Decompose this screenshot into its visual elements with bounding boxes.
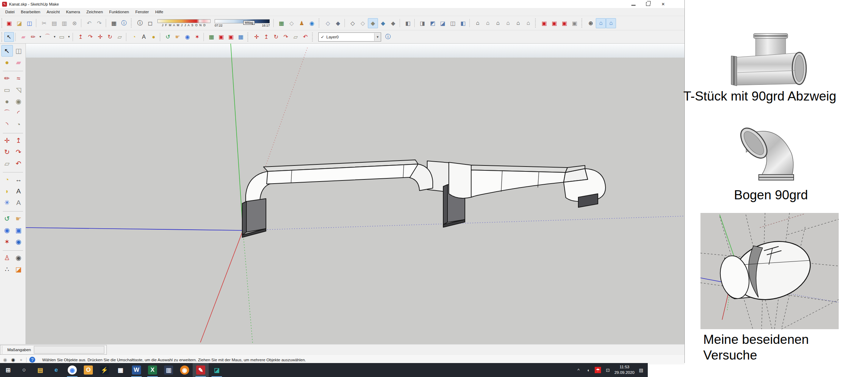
- get-models-button[interactable]: ▣: [539, 18, 549, 28]
- monochrome-style-button[interactable]: ◆: [388, 18, 398, 28]
- dropdown-arrow-icon[interactable]: ▼: [52, 32, 57, 42]
- pan-tool[interactable]: ☛: [173, 32, 183, 42]
- model-info-button[interactable]: ⓘ: [119, 18, 129, 28]
- excel-icon[interactable]: X: [144, 363, 161, 377]
- paint-bucket-tool[interactable]: ●: [149, 32, 158, 42]
- zoom-window-tool[interactable]: ▣: [13, 224, 24, 236]
- help-icon[interactable]: ?: [29, 357, 35, 363]
- drag-handle-icon[interactable]: [1, 32, 4, 42]
- follow-me-tool[interactable]: ↷: [281, 32, 291, 42]
- line-tool[interactable]: ✏: [28, 32, 38, 42]
- share-component-button[interactable]: ▦: [236, 32, 246, 42]
- cortana-button[interactable]: ○: [16, 363, 32, 377]
- scale-tool[interactable]: ▱: [115, 32, 125, 42]
- tray-chevron-up-icon[interactable]: ^: [575, 367, 581, 373]
- sketchup-icon[interactable]: ✎: [193, 363, 209, 377]
- add-location-button[interactable]: ▦: [276, 18, 287, 28]
- freehand-tool[interactable]: ≈: [13, 73, 24, 84]
- eraser-tool[interactable]: ▰: [13, 57, 24, 68]
- viewport-3d[interactable]: [26, 44, 684, 344]
- shaded-style-button[interactable]: ◆: [368, 18, 378, 28]
- arc-tool[interactable]: ⌒: [1, 107, 13, 119]
- move-tool[interactable]: ✛: [1, 135, 13, 146]
- text-tool[interactable]: A: [139, 32, 149, 42]
- select-tool[interactable]: ↖: [1, 45, 13, 57]
- share-model-button[interactable]: ▣: [549, 18, 559, 28]
- zoom-extents-tool[interactable]: ✶: [1, 236, 13, 247]
- print-button[interactable]: ▦: [109, 18, 119, 28]
- time-gradient-bar[interactable]: [215, 19, 270, 23]
- navigation-compass-button[interactable]: ⊕: [586, 18, 596, 28]
- sgp-app-icon[interactable]: ◉: [177, 363, 193, 377]
- internet-explorer-icon[interactable]: e: [48, 363, 64, 377]
- polygon-tool[interactable]: ◉: [13, 96, 24, 107]
- wireframe-style-button[interactable]: ◇: [348, 18, 358, 28]
- word-icon[interactable]: W: [128, 363, 144, 377]
- section-plane-tool[interactable]: ◪: [13, 264, 24, 275]
- hidden-line-style-button[interactable]: ◇: [358, 18, 368, 28]
- dropdown-arrow-icon[interactable]: ▼: [67, 32, 71, 42]
- cut-button[interactable]: ✂: [39, 18, 49, 28]
- follow-me-tool[interactable]: ↷: [86, 32, 95, 42]
- quill-app-icon[interactable]: ⚡: [96, 363, 112, 377]
- restore-button[interactable]: [646, 2, 650, 6]
- push-pull-tool[interactable]: ↥: [261, 32, 271, 42]
- view-left-button[interactable]: ⌂: [523, 18, 533, 28]
- start-button[interactable]: ⊞: [0, 363, 16, 377]
- dropdown-arrow-icon[interactable]: ▼: [38, 32, 43, 42]
- outer-shell-button[interactable]: ◧: [403, 18, 413, 28]
- open-file-button[interactable]: ◪: [14, 18, 24, 28]
- pie-tool[interactable]: ◔: [13, 119, 24, 130]
- move-tool[interactable]: ✛: [252, 32, 261, 42]
- tape-measure-tool[interactable]: ◔: [1, 174, 13, 185]
- zoom-previous-tool[interactable]: ◉: [13, 236, 24, 247]
- offset-tool[interactable]: ↶: [301, 32, 310, 42]
- taskbar-clock[interactable]: 11:53 29.09.2020: [614, 364, 635, 375]
- add-location-button[interactable]: ▦: [207, 32, 216, 42]
- entity-info-button[interactable]: ⓘ: [383, 32, 393, 42]
- rotate-tool[interactable]: ↻: [271, 32, 281, 42]
- look-around-tool[interactable]: ◉: [13, 252, 24, 264]
- subtract-button[interactable]: ◪: [438, 18, 448, 28]
- two-point-arc-tool[interactable]: ◜: [13, 107, 24, 119]
- push-pull-tool[interactable]: ↥: [76, 32, 86, 42]
- view-top-button[interactable]: ⌂: [483, 18, 493, 28]
- zoom-tool[interactable]: ◉: [183, 32, 192, 42]
- three-point-arc-tool[interactable]: ◝: [1, 119, 13, 130]
- shadow-toggle-button[interactable]: ◻: [145, 18, 155, 28]
- back-edges-style-button[interactable]: ◆: [333, 18, 343, 28]
- menu-funktionen[interactable]: Funktionen: [106, 9, 132, 15]
- photo-textures-button[interactable]: ♟: [297, 18, 307, 28]
- view-iso-button[interactable]: ⌂: [473, 18, 483, 28]
- scale-tool[interactable]: ▱: [1, 158, 13, 169]
- make-component-tool[interactable]: ◫: [13, 45, 24, 57]
- menu-kamera[interactable]: Kamera: [63, 9, 83, 15]
- arc-tool[interactable]: ⌒: [43, 32, 52, 42]
- video-app-icon[interactable]: ▥: [161, 363, 177, 377]
- credits-icon[interactable]: ◉: [10, 357, 16, 363]
- menu-zeichnen[interactable]: Zeichnen: [83, 9, 106, 15]
- menu-hilfe[interactable]: Hilfe: [152, 9, 166, 15]
- scale-tool[interactable]: ▱: [291, 32, 301, 42]
- outlook-icon[interactable]: O: [80, 363, 96, 377]
- sign-in-icon[interactable]: ●: [18, 357, 24, 363]
- union-button[interactable]: ◩: [428, 18, 438, 28]
- zoom-tool[interactable]: ◉: [1, 224, 13, 236]
- extension-warehouse-button[interactable]: ▣: [570, 18, 580, 28]
- paste-button[interactable]: ▥: [59, 18, 69, 28]
- shadow-month-slider[interactable]: J F M A M J J A S O N D: [157, 19, 210, 27]
- edit-matched-photo-button[interactable]: ⌂: [606, 18, 616, 28]
- view-back-button[interactable]: ⌂: [513, 18, 523, 28]
- dimension-tool[interactable]: ↔: [13, 174, 24, 185]
- rotated-rectangle-tool[interactable]: ◹: [13, 84, 24, 96]
- save-button[interactable]: ◫: [24, 18, 35, 28]
- menu-fenster[interactable]: Fenster: [132, 9, 152, 15]
- snip-app-icon[interactable]: ◪: [209, 363, 225, 377]
- orbit-tool[interactable]: ↺: [163, 32, 173, 42]
- copy-button[interactable]: ▤: [49, 18, 59, 28]
- 3d-text-tool[interactable]: A: [13, 197, 24, 208]
- shadow-info-button[interactable]: ⓘ: [135, 18, 145, 28]
- tray-pointer-device-icon[interactable]: ◖: [585, 367, 591, 373]
- position-camera-tool[interactable]: ♙: [1, 252, 13, 264]
- close-button[interactable]: ✕: [661, 2, 666, 6]
